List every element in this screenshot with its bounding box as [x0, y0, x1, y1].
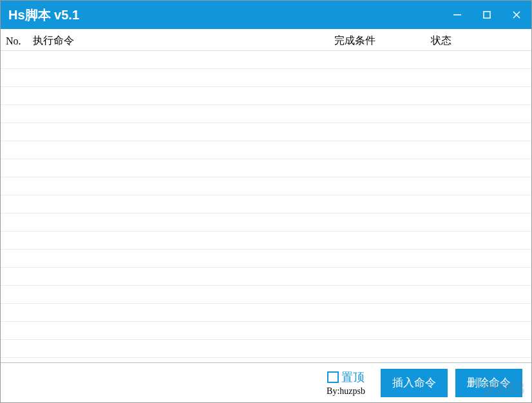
table-row[interactable] [1, 105, 531, 123]
maximize-icon [482, 10, 491, 19]
table-row[interactable] [1, 322, 531, 340]
table-row[interactable] [1, 87, 531, 105]
table-row[interactable] [1, 177, 531, 195]
table-row[interactable] [1, 340, 531, 358]
table-header: No. 执行命令 完成条件 状态 [1, 29, 531, 51]
titlebar[interactable]: Hs脚本 v5.1 [1, 1, 531, 29]
footer-bar: 置顶 By:huzpsb 插入命令 删除命令 [1, 362, 531, 402]
insert-command-button[interactable]: 插入命令 [381, 369, 448, 397]
header-condition[interactable]: 完成条件 [332, 34, 428, 48]
minimize-button[interactable] [442, 1, 472, 29]
maximize-button[interactable] [472, 1, 502, 29]
table-row[interactable] [1, 123, 531, 141]
content-area: No. 执行命令 完成条件 状态 [1, 29, 531, 362]
window-controls [442, 1, 531, 29]
minimize-icon [453, 10, 462, 19]
table-row[interactable] [1, 250, 531, 268]
table-row[interactable] [1, 268, 531, 286]
table-row[interactable] [1, 304, 531, 322]
close-icon [512, 10, 521, 19]
header-command[interactable]: 执行命令 [30, 34, 332, 48]
pin-checkbox[interactable]: 置顶 [327, 369, 365, 385]
header-no[interactable]: No. [1, 35, 30, 47]
header-status[interactable]: 状态 [428, 34, 531, 48]
delete-command-button[interactable]: 删除命令 [455, 369, 522, 397]
table-row[interactable] [1, 141, 531, 159]
app-window: Hs脚本 v5.1 No. 执行命令 完 [0, 0, 532, 403]
table-row[interactable] [1, 51, 531, 69]
window-title: Hs脚本 v5.1 [8, 6, 79, 24]
table-row[interactable] [1, 69, 531, 87]
table-row[interactable] [1, 231, 531, 250]
table-row[interactable] [1, 286, 531, 304]
table-row[interactable] [1, 195, 531, 213]
pin-label: 置顶 [341, 369, 365, 385]
table-row[interactable] [1, 213, 531, 231]
checkbox-icon [327, 371, 339, 383]
table-row[interactable] [1, 159, 531, 177]
svg-rect-1 [484, 12, 490, 18]
close-button[interactable] [502, 1, 531, 29]
footer-left: 置顶 By:huzpsb [327, 369, 365, 397]
byline: By:huzpsb [327, 386, 365, 397]
table-body[interactable] [1, 51, 531, 362]
